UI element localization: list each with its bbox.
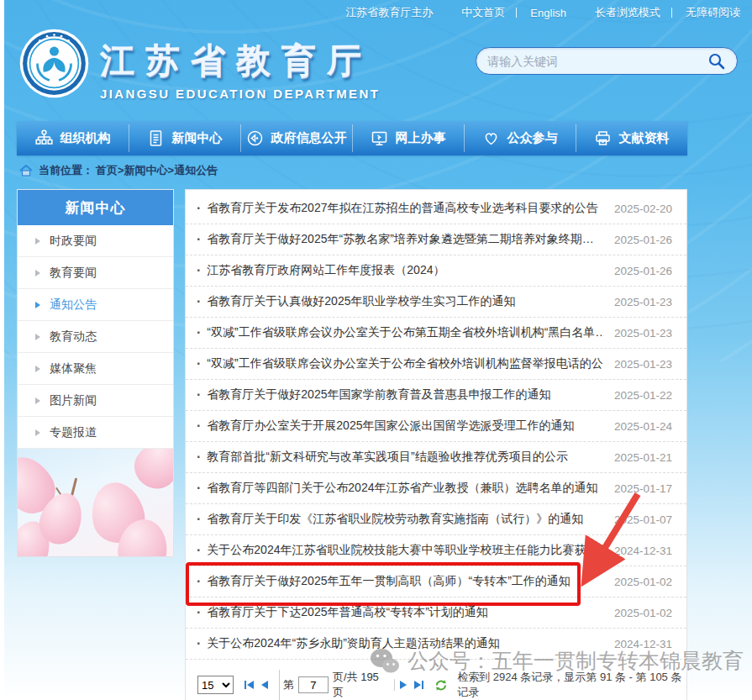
top-link[interactable]: 江苏省教育厅主办 xyxy=(345,5,433,20)
notice-row[interactable]: · 省教育厅关于认真做好2025年职业学校学生实习工作的通知 2025-01-2… xyxy=(186,287,686,318)
notice-title[interactable]: “双减”工作省级联席会议办公室关于公布第五期全省校外培训机构“黑白名单… xyxy=(207,325,604,340)
notice-date: 2025-01-02 xyxy=(614,576,672,588)
nav-item-label: 政府信息公开 xyxy=(271,130,347,146)
sidebar-item[interactable]: 教育要闻 xyxy=(18,257,173,289)
page-label-prefix: 第 xyxy=(283,677,294,692)
news-doc-icon xyxy=(147,129,165,147)
notice-title[interactable]: 省教育厅关于认真做好2025年职业学校学生实习工作的通知 xyxy=(207,294,604,309)
dot-bullet: · xyxy=(197,201,201,216)
notice-date: 2025-01-26 xyxy=(614,265,672,277)
search-input[interactable] xyxy=(487,55,707,68)
notice-row[interactable]: · 省教育厅关于做好2025年五年一贯制高职（高师）“专转本”工作的通知 202… xyxy=(186,566,686,597)
nav-item[interactable]: 公众参与 xyxy=(464,121,576,155)
prev-page-button[interactable] xyxy=(260,679,270,691)
notice-title[interactable]: 省教育厅关于印发《江苏省职业院校劳动教育实施指南（试行）》的通知 xyxy=(207,512,604,527)
triangle-bullet-icon xyxy=(35,334,40,340)
triangle-bullet-icon xyxy=(35,302,40,308)
nav-item-label: 网上办事 xyxy=(396,130,446,146)
sidebar-item-label: 媒体聚焦 xyxy=(50,361,97,376)
nav-item[interactable]: 新闻中心 xyxy=(129,121,240,155)
nav-item[interactable]: 网上办事 xyxy=(352,121,464,155)
notice-row[interactable]: · 省教育厅办公室关于开展2025年国家公派出国留学选派受理工作的通知 2025… xyxy=(186,411,686,442)
notice-row[interactable]: · “双减”工作省级联席会议办公室关于公布第五期全省校外培训机构“黑白名单… 2… xyxy=(186,318,686,349)
notice-row[interactable]: · 教育部首批“新文科研究与改革实践项目”结题验收推荐优秀项目的公示 2025-… xyxy=(186,442,686,473)
online-service-icon xyxy=(371,129,388,147)
first-page-button[interactable] xyxy=(243,679,255,691)
nav-item-label: 新闻中心 xyxy=(172,130,223,146)
info-disclosure-icon xyxy=(246,129,264,147)
breadcrumb-label: 当前位置： xyxy=(39,163,93,178)
nav-item[interactable]: 组织机构 xyxy=(17,121,129,155)
org-chart-icon xyxy=(35,129,53,147)
sidebar-item-label: 时政要闻 xyxy=(50,234,97,249)
notice-title[interactable]: 省教育厅等四部门关于公布2024年江苏省产业教授（兼职）选聘名单的通知 xyxy=(207,481,604,496)
record-count-text: 检索到 2924 条记录，显示第 91 条 - 第 105 条记录 xyxy=(457,670,686,700)
notice-row[interactable]: · 省教育厅关于做好2025年“苏教名家”培养对象遴选暨第二期培养对象终期… 2… xyxy=(186,224,686,255)
sidebar-item[interactable]: 媒体聚焦 xyxy=(18,353,173,385)
notice-title[interactable]: 关于公布2024年“苏乡永助”资助育人主题活动结果的通知 xyxy=(207,636,604,651)
refresh-icon[interactable] xyxy=(434,678,448,692)
top-link[interactable]: 无障碍阅读 xyxy=(686,5,740,20)
sidebar-item[interactable]: 教育动态 xyxy=(18,321,173,353)
notice-date: 2025-02-20 xyxy=(614,203,672,215)
heart-icon xyxy=(482,129,500,147)
notice-title[interactable]: 省教育厅办公室关于开展2025年国家公派出国留学选派受理工作的通知 xyxy=(207,418,604,434)
site-logo[interactable]: 江苏省教育厅 JIANGSU EDUCATION DEPARTMENT xyxy=(18,28,380,101)
page-size-select[interactable]: 15 xyxy=(197,676,234,694)
dot-bullet: · xyxy=(197,636,201,651)
dot-bullet: · xyxy=(197,325,201,340)
magnolia-decoration-image xyxy=(18,449,173,556)
notice-row[interactable]: · 关于公布2024年“苏乡永助”资助育人主题活动结果的通知 2024-12-3… xyxy=(186,629,686,660)
notice-row[interactable]: · 省教育厅关于印发《江苏省职业院校劳动教育实施指南（试行）》的通知 2025-… xyxy=(186,504,686,535)
top-link[interactable]: English xyxy=(530,7,566,19)
dot-bullet: · xyxy=(197,263,201,278)
dot-bullet: · xyxy=(197,387,201,403)
sidebar-item-label: 图片新闻 xyxy=(50,393,97,408)
sidebar-item-label: 通知公告 xyxy=(50,297,97,313)
dot-bullet: · xyxy=(197,481,201,496)
notice-title[interactable]: 省教育厅关于下达2025年普通高校“专转本”计划的通知 xyxy=(207,605,604,620)
search-icon[interactable] xyxy=(707,52,726,71)
top-link[interactable]: 中文首页 xyxy=(461,5,517,20)
notice-row[interactable]: · 省教育厅等四部门关于公布2024年江苏省产业教授（兼职）选聘名单的通知 20… xyxy=(186,473,686,504)
notice-date: 2025-01-07 xyxy=(614,513,672,526)
notice-title[interactable]: “双减”工作省级联席会议办公室关于公布全省校外培训机构监督举报电话的公… xyxy=(207,356,604,371)
notice-list: · 省教育厅关于发布2027年拟在江苏招生的普通高校专业选考科目要求的公告 20… xyxy=(186,193,686,660)
notice-title[interactable]: 省教育厅关于做好2025年“苏教名家”培养对象遴选暨第二期培养对象终期… xyxy=(207,232,604,247)
archive-printer-icon xyxy=(594,129,612,147)
pagination-bar: 15 第 页/共 195 页 检索到 2924 条记录，显示第 91 条 - 第… xyxy=(197,670,686,700)
notice-date: 2025-01-22 xyxy=(614,389,672,402)
notice-title[interactable]: 关于公布2024年江苏省职业院校技能大赛中等职业学校班主任能力比赛获奖… xyxy=(207,543,604,558)
education-department-emblem-icon xyxy=(18,28,90,99)
notice-title[interactable]: 教育部首批“新文科研究与改革实践项目”结题验收推荐优秀项目的公示 xyxy=(207,450,604,465)
page-number-input[interactable] xyxy=(298,676,329,693)
notice-title[interactable]: 省教育厅关于做好2025年五年一贯制高职（高师）“专转本”工作的通知 xyxy=(207,574,604,589)
next-page-button[interactable] xyxy=(398,679,408,691)
dot-bullet: · xyxy=(197,574,201,589)
notice-row[interactable]: · “双减”工作省级联席会议办公室关于公布全省校外培训机构监督举报电话的公… 2… xyxy=(186,349,686,380)
sidebar-item[interactable]: 专题报道 xyxy=(18,417,173,449)
top-link[interactable]: 长者浏览模式 xyxy=(595,5,672,20)
sidebar-item-label: 专题报道 xyxy=(50,425,97,440)
notice-title[interactable]: 江苏省教育厅政府网站工作年度报表（2024） xyxy=(207,263,604,278)
notice-row[interactable]: · 省教育厅关于做好2025年国家学前教育普及普惠县申报工作的通知 2025-0… xyxy=(186,380,686,411)
notice-row[interactable]: · 省教育厅关于下达2025年普通高校“专转本”计划的通知 2025-01-02 xyxy=(186,597,686,629)
notice-title[interactable]: 省教育厅关于做好2025年国家学前教育普及普惠县申报工作的通知 xyxy=(207,387,604,403)
last-page-button[interactable] xyxy=(413,679,425,691)
breadcrumb-path[interactable]: 首页>新闻中心>通知公告 xyxy=(96,163,218,178)
dot-bullet: · xyxy=(197,512,201,527)
main-navigation: 组织机构 新闻中心 政府信息公开 网上办事 公众参与 文献资料 xyxy=(17,121,687,155)
notice-date: 2025-01-17 xyxy=(614,482,672,495)
nav-item[interactable]: 政府信息公开 xyxy=(240,121,352,155)
notice-row[interactable]: · 江苏省教育厅政府网站工作年度报表（2024） 2025-01-26 xyxy=(186,255,686,287)
notice-row[interactable]: · 关于公布2024年江苏省职业院校技能大赛中等职业学校班主任能力比赛获奖… 2… xyxy=(186,535,686,566)
sidebar-item[interactable]: 通知公告 xyxy=(18,289,173,321)
nav-item[interactable]: 文献资料 xyxy=(576,121,687,155)
breadcrumb: 当前位置： 首页>新闻中心>通知公告 xyxy=(19,163,218,178)
sidebar-item[interactable]: 图片新闻 xyxy=(18,385,173,417)
triangle-bullet-icon xyxy=(35,366,40,372)
page-label-suffix: 页/共 195 页 xyxy=(333,670,385,700)
notice-title[interactable]: 省教育厅关于发布2027年拟在江苏招生的普通高校专业选考科目要求的公告 xyxy=(207,201,604,216)
sidebar-item[interactable]: 时政要闻 xyxy=(18,225,173,257)
notice-row[interactable]: · 省教育厅关于发布2027年拟在江苏招生的普通高校专业选考科目要求的公告 20… xyxy=(186,193,686,224)
